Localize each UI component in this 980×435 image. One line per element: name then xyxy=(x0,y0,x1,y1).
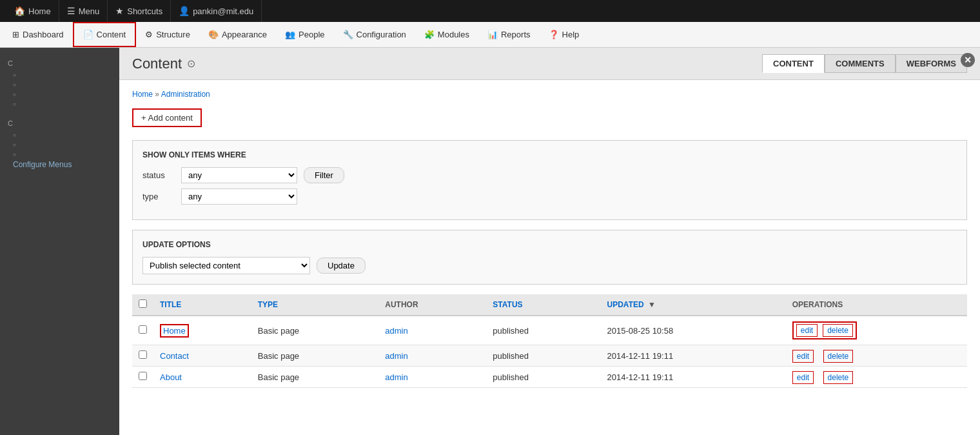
sidebar-item-3[interactable] xyxy=(8,90,112,99)
filter-status-select[interactable]: any published unpublished xyxy=(181,167,297,183)
star-icon: ★ xyxy=(115,6,124,16)
menu-icon: ☰ xyxy=(67,6,75,16)
content-icon: 📄 xyxy=(83,30,93,39)
nav-people[interactable]: 👥 People xyxy=(276,22,333,47)
sidebar-item-5[interactable] xyxy=(8,130,112,140)
row1-edit-link[interactable]: edit xyxy=(796,324,818,337)
col-author: AUTHOR xyxy=(378,294,486,316)
row2-type: Basic page xyxy=(258,351,299,361)
row2-edit-link[interactable]: edit xyxy=(792,350,814,363)
filter-button[interactable]: Filter xyxy=(304,167,344,183)
row1-updated: 2015-08-25 10:58 xyxy=(607,326,674,336)
row2-title-cell: Contact xyxy=(153,345,251,367)
nav-reports[interactable]: 📊 Reports xyxy=(478,22,540,47)
col-updated[interactable]: UPDATED ▼ xyxy=(601,294,786,316)
admin-bar-user[interactable]: 👤 pankin@mit.edu xyxy=(171,0,262,22)
close-button[interactable]: ✕ xyxy=(961,53,975,67)
col-operations-label: OPERATIONS xyxy=(792,300,843,309)
nav-configuration[interactable]: 🔧 Configuration xyxy=(334,22,415,47)
row2-title-link[interactable]: Contact xyxy=(160,351,189,361)
row2-checkbox[interactable] xyxy=(139,350,147,359)
row3-author-link[interactable]: admin xyxy=(385,372,407,382)
admin-bar-shortcuts-label: Shortcuts xyxy=(127,6,162,16)
content-title: Content ⊙ xyxy=(132,56,195,72)
row3-checkbox[interactable] xyxy=(139,372,147,380)
row2-author-link[interactable]: admin xyxy=(385,351,407,361)
nav-modules[interactable]: 🧩 Modules xyxy=(415,22,478,47)
admin-bar-home-label: Home xyxy=(28,6,51,16)
home-icon: 🏠 xyxy=(14,6,25,16)
sort-arrow-icon: ▼ xyxy=(648,300,656,309)
row1-title-link[interactable]: Home xyxy=(160,324,189,338)
content-title-text: Content xyxy=(132,56,182,72)
row3-operations: edit delete xyxy=(792,372,854,382)
row3-title-link[interactable]: About xyxy=(160,372,182,382)
col-type-label: TYPE xyxy=(258,300,278,309)
inner-content: Home » Administration + Add content SHOW… xyxy=(119,80,980,398)
nav-reports-label: Reports xyxy=(501,30,531,39)
content-header: Content ⊙ CONTENT COMMENTS WEBFORMS ✕ xyxy=(119,48,980,80)
row2-author-cell: admin xyxy=(378,345,486,367)
row1-checkbox[interactable] xyxy=(139,325,147,334)
dashboard-icon: ⊞ xyxy=(12,30,19,39)
row3-edit-link[interactable]: edit xyxy=(792,371,814,384)
col-type[interactable]: TYPE xyxy=(251,294,379,316)
breadcrumb-admin[interactable]: Administration xyxy=(161,90,210,99)
row3-ops-cell: edit delete xyxy=(786,367,967,388)
sidebar-item-2[interactable] xyxy=(8,80,112,90)
row2-delete-link[interactable]: delete xyxy=(823,350,854,363)
row3-author-cell: admin xyxy=(378,367,486,388)
admin-bar-menu[interactable]: ☰ Menu xyxy=(59,0,108,22)
admin-bar-home[interactable]: 🏠 Home xyxy=(6,0,59,22)
content-panel: Content ⊙ CONTENT COMMENTS WEBFORMS ✕ Ho… xyxy=(119,48,980,435)
add-content-button[interactable]: + Add content xyxy=(132,108,202,127)
update-options-select[interactable]: Publish selected content Unpublish selec… xyxy=(142,257,310,274)
filter-type-select[interactable]: any Basic page Article xyxy=(181,188,297,205)
sidebar: C C Configure Menus xyxy=(0,48,119,435)
row1-status-cell: published xyxy=(486,316,600,345)
nav-content-label: Content xyxy=(97,30,126,39)
people-icon: 👥 xyxy=(285,30,295,39)
nav-dashboard[interactable]: ⊞ Dashboard xyxy=(3,22,73,47)
admin-bar-shortcuts[interactable]: ★ Shortcuts xyxy=(108,0,171,22)
row1-type: Basic page xyxy=(258,326,299,336)
row1-author-link[interactable]: admin xyxy=(385,326,407,336)
row3-delete-link[interactable]: delete xyxy=(823,371,854,384)
col-title[interactable]: TITLE xyxy=(153,294,251,316)
sidebar-item-1[interactable] xyxy=(8,70,112,80)
table-row: Home Basic page admin published xyxy=(132,316,967,345)
breadcrumb: Home » Administration xyxy=(132,90,967,99)
modules-icon: 🧩 xyxy=(424,30,435,39)
nav-people-label: People xyxy=(299,30,324,39)
update-section-title: UPDATE OPTIONS xyxy=(142,240,957,249)
configuration-icon: 🔧 xyxy=(343,30,353,39)
row1-ops-cell: edit delete xyxy=(786,316,967,345)
nav-content[interactable]: 📄 Content xyxy=(73,22,137,47)
admin-bar-menu-label: Menu xyxy=(79,6,100,16)
sidebar-section-title-1: C xyxy=(8,59,112,67)
tab-content[interactable]: CONTENT xyxy=(762,54,825,73)
update-section: UPDATE OPTIONS Publish selected content … xyxy=(132,230,967,285)
row3-updated-cell: 2014-12-11 19:11 xyxy=(601,367,786,388)
nav-structure[interactable]: ⚙ Structure xyxy=(136,22,199,47)
row1-delete-link[interactable]: delete xyxy=(823,324,853,337)
row2-updated-cell: 2014-12-11 19:11 xyxy=(601,345,786,367)
select-all-checkbox[interactable] xyxy=(139,299,147,308)
main-nav: ⊞ Dashboard 📄 Content ⚙ Structure 🎨 Appe… xyxy=(0,22,980,48)
shortcut-icon: ⊙ xyxy=(187,57,195,70)
content-table: TITLE TYPE AUTHOR STATUS xyxy=(132,294,967,388)
configure-menus-link[interactable]: Configure Menus xyxy=(8,158,77,171)
tab-comments[interactable]: COMMENTS xyxy=(825,54,896,73)
nav-appearance[interactable]: 🎨 Appearance xyxy=(199,22,276,47)
col-status[interactable]: STATUS xyxy=(486,294,600,316)
nav-help-label: Help xyxy=(562,30,580,39)
sidebar-item-4[interactable] xyxy=(8,99,112,109)
nav-help[interactable]: ❓ Help xyxy=(540,22,589,47)
tab-webforms[interactable]: WEBFORMS xyxy=(896,54,967,73)
nav-configuration-label: Configuration xyxy=(357,30,406,39)
row2-ops-cell: edit delete xyxy=(786,345,967,367)
row3-type-cell: Basic page xyxy=(251,367,379,388)
update-button[interactable]: Update xyxy=(317,258,366,274)
sidebar-item-6[interactable] xyxy=(8,140,112,150)
breadcrumb-home[interactable]: Home xyxy=(132,90,153,99)
